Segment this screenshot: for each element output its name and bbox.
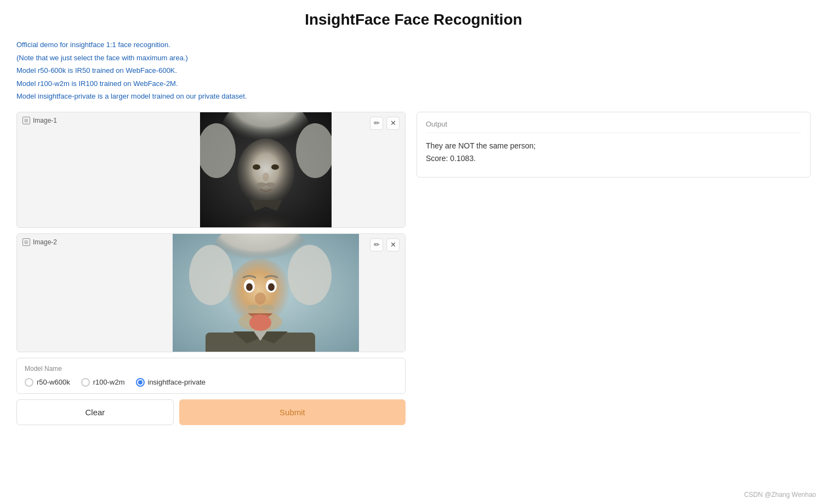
image1-icon: ⊞ xyxy=(22,117,30,124)
image1-actions: ✏ ✕ xyxy=(370,117,400,130)
svg-point-14 xyxy=(288,245,332,305)
model-option-r50[interactable]: r50-w600k xyxy=(25,378,70,387)
image1-svg xyxy=(200,112,332,227)
model-option-private[interactable]: insightface-private xyxy=(136,378,206,387)
page-title: InsightFace Face Recognition xyxy=(16,11,811,28)
image1-label: ⊞ Image-1 xyxy=(22,117,57,124)
image2-display xyxy=(127,234,405,352)
radio-r100[interactable] xyxy=(81,378,90,387)
buttons-row: Clear Submit xyxy=(16,399,406,425)
image2-left-empty xyxy=(17,234,127,352)
image2-label: ⊞ Image-2 xyxy=(22,238,57,246)
output-line2: Score: 0.1083. xyxy=(426,152,801,165)
desc-line3: Model r50-600k is IR50 trained on WebFac… xyxy=(16,65,811,76)
svg-point-13 xyxy=(189,245,233,305)
model-label: Model Name xyxy=(25,365,397,373)
svg-point-9 xyxy=(265,182,275,187)
image2-content xyxy=(17,234,405,352)
svg-point-22 xyxy=(260,305,273,310)
svg-point-24 xyxy=(238,312,282,331)
model-option-r100-label: r100-w2m xyxy=(93,378,125,386)
image2-icon: ⊞ xyxy=(22,238,30,246)
svg-point-17 xyxy=(246,283,253,291)
output-label: Output xyxy=(426,120,801,133)
image2-upload-box[interactable]: ⊞ Image-2 ✏ ✕ xyxy=(16,233,406,352)
main-layout: ⊞ Image-1 ✏ ✕ xyxy=(16,112,811,431)
model-option-r100[interactable]: r100-w2m xyxy=(81,378,125,387)
output-line1: They are NOT the same person; xyxy=(426,140,801,153)
image2-actions: ✏ ✕ xyxy=(370,238,400,251)
model-option-r50-label: r50-w600k xyxy=(37,378,70,386)
page-wrapper: InsightFace Face Recognition Official de… xyxy=(0,0,827,504)
image2-edit-button[interactable]: ✏ xyxy=(370,238,383,251)
svg-point-7 xyxy=(263,173,269,181)
svg-point-20 xyxy=(255,293,266,305)
svg-point-5 xyxy=(253,164,260,170)
desc-line5: Model insightface-private is a larger mo… xyxy=(16,91,811,102)
svg-point-6 xyxy=(271,164,279,170)
radio-r50[interactable] xyxy=(25,378,33,387)
desc-line4: Model r100-w2m is IR100 trained on WebFa… xyxy=(16,78,811,89)
output-text: They are NOT the same person; Score: 0.1… xyxy=(426,140,801,166)
image1-clear-button[interactable]: ✕ xyxy=(386,117,400,130)
watermark: CSDN @Zhang Wenhao xyxy=(744,491,816,499)
svg-point-8 xyxy=(256,182,266,187)
output-panel: Output They are NOT the same person; Sco… xyxy=(417,112,811,177)
svg-point-21 xyxy=(247,305,260,310)
model-options: r50-w600k r100-w2m insightface-private xyxy=(25,378,397,387)
submit-button[interactable]: Submit xyxy=(179,399,406,425)
image1-upload-box[interactable]: ⊞ Image-1 ✏ ✕ xyxy=(16,112,406,228)
image1-left-empty xyxy=(17,112,127,227)
image2-svg xyxy=(173,234,359,352)
svg-point-19 xyxy=(268,283,275,291)
image1-edit-button[interactable]: ✏ xyxy=(370,117,383,130)
image1-content xyxy=(17,112,405,227)
right-panel: Output They are NOT the same person; Sco… xyxy=(417,112,811,177)
description: Official demo for insightface 1:1 face r… xyxy=(16,39,811,102)
clear-button[interactable]: Clear xyxy=(16,399,174,425)
desc-line2: (Note that we just select the face with … xyxy=(16,53,811,64)
model-selection-box: Model Name r50-w600k r100-w2m insightfac… xyxy=(16,358,406,394)
radio-private[interactable] xyxy=(136,378,145,387)
model-option-private-label: insightface-private xyxy=(148,378,206,386)
desc-line1: Official demo for insightface 1:1 face r… xyxy=(16,39,811,50)
image2-clear-button[interactable]: ✕ xyxy=(386,238,400,251)
image1-display xyxy=(127,112,405,227)
left-panel: ⊞ Image-1 ✏ ✕ xyxy=(16,112,406,431)
